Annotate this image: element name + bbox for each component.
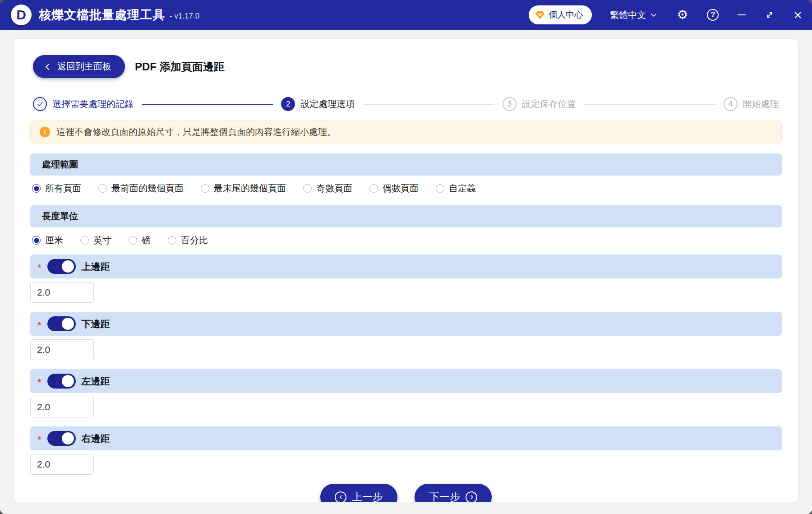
radio-label: 最前面的幾個頁面 <box>111 182 184 194</box>
app-logo-letter: D <box>16 7 26 23</box>
required-asterisk: * <box>37 435 42 445</box>
step-label: 設定處理選項 <box>300 98 355 110</box>
margin-section: * 上邊距 <box>30 255 782 303</box>
margin-section: * 右邊距 <box>30 426 782 475</box>
margin-value-input[interactable] <box>30 454 94 475</box>
margin-value-input[interactable] <box>30 339 94 360</box>
step-label: 設定保存位置 <box>522 98 576 110</box>
circle-chevron-right-icon <box>466 491 477 503</box>
radio-option[interactable]: 最末尾的幾個頁面 <box>201 182 286 194</box>
radio-label: 奇數頁面 <box>316 182 352 194</box>
step-connector <box>584 104 715 105</box>
toggle-knob-icon <box>62 375 74 387</box>
main-card: 返回到主面板 PDF 添加頁面邊距 選擇需要處理的記錄2設定處理選項3設定保存位… <box>14 38 798 502</box>
step-indicator: 選擇需要處理的記錄2設定處理選項3設定保存位置4開始處理 <box>30 89 782 117</box>
margin-section: * 左邊距 <box>30 369 782 417</box>
radio-option[interactable]: 所有頁面 <box>32 182 81 194</box>
language-selector[interactable]: 繁體中文 <box>610 9 658 21</box>
margin-header-bar: * 上邊距 <box>30 255 782 278</box>
step-number: 3 <box>503 97 517 111</box>
radio-option[interactable]: 厘米 <box>32 234 63 246</box>
toggle-knob-icon <box>62 260 74 273</box>
notice-text: 這裡不會修改頁面的原始尺寸，只是將整個頁面的內容進行縮小處理。 <box>56 126 336 138</box>
step-connector <box>142 104 273 105</box>
minimize-button[interactable] <box>738 14 746 16</box>
app-version: - v1.17.0 <box>170 12 199 21</box>
margin-toggle[interactable] <box>47 316 76 331</box>
margin-toggle[interactable] <box>47 431 76 446</box>
app-window: D 核爍文檔批量處理工具 - v1.17.0 個人中心 繁體中文 <box>0 0 812 514</box>
maximize-button[interactable] <box>765 10 775 20</box>
window-body: 返回到主面板 PDF 添加頁面邊距 選擇需要處理的記錄2設定處理選項3設定保存位… <box>0 30 812 514</box>
step-check-icon <box>33 97 47 111</box>
radio-option[interactable]: 最前面的幾個頁面 <box>98 182 184 194</box>
margin-toggle[interactable] <box>47 259 76 274</box>
margin-label: 右邊距 <box>82 432 110 445</box>
margin-sections: * 上邊距 * 下邊距 * 左邊距 * 右邊距 <box>30 255 782 475</box>
next-step-label: 下一步 <box>429 490 460 502</box>
process-range-options: 所有頁面 最前面的幾個頁面 最末尾的幾個頁面 奇數頁面 偶數頁面 自定義 <box>30 176 782 203</box>
step-label: 開始處理 <box>743 98 779 110</box>
radio-option[interactable]: 偶數頁面 <box>369 182 419 194</box>
chevron-down-icon <box>650 11 658 19</box>
warning-icon: ! <box>40 127 50 137</box>
radio-option[interactable]: 自定義 <box>436 182 476 194</box>
prev-step-button[interactable]: 上一步 <box>320 484 397 502</box>
settings-gear-icon[interactable]: ⚙ <box>677 9 688 21</box>
circle-chevron-left-icon <box>335 491 346 503</box>
back-button-label: 返回到主面板 <box>57 60 111 73</box>
user-center-button[interactable]: 個人中心 <box>529 5 592 24</box>
radio-label: 所有頁面 <box>45 182 81 194</box>
radio-dot-icon <box>129 236 137 245</box>
radio-option[interactable]: 百分比 <box>168 234 208 246</box>
margin-header-bar: * 右邊距 <box>30 426 782 450</box>
step-connector <box>363 104 494 105</box>
titlebar: D 核爍文檔批量處理工具 - v1.17.0 個人中心 繁體中文 <box>0 0 812 30</box>
radio-label: 最末尾的幾個頁面 <box>214 182 286 194</box>
radio-label: 偶數頁面 <box>383 182 419 194</box>
length-unit-options: 厘米 英寸 磅 百分比 <box>30 227 782 255</box>
length-unit-title: 長度單位 <box>42 210 78 222</box>
radio-label: 英寸 <box>93 234 111 246</box>
radio-dot-icon <box>80 236 89 245</box>
radio-dot-icon <box>436 184 444 193</box>
card-header: 返回到主面板 PDF 添加頁面邊距 <box>14 39 798 89</box>
radio-dot-icon <box>168 236 176 245</box>
step-2: 2設定處理選項 <box>281 97 355 111</box>
radio-option[interactable]: 磅 <box>129 234 151 246</box>
help-icon[interactable]: ? <box>707 9 719 21</box>
margin-label: 上邊距 <box>82 260 110 273</box>
radio-dot-icon <box>98 184 107 193</box>
step-number: 2 <box>281 97 295 111</box>
radio-label: 厘米 <box>45 234 63 246</box>
step-1: 選擇需要處理的記錄 <box>33 97 134 111</box>
step-label: 選擇需要處理的記錄 <box>52 98 134 110</box>
margin-toggle[interactable] <box>47 374 76 389</box>
margin-header-bar: * 左邊距 <box>30 369 782 393</box>
radio-option[interactable]: 英寸 <box>80 234 111 246</box>
margin-value-input[interactable] <box>30 282 94 303</box>
app-title: 核爍文檔批量處理工具 <box>39 7 165 23</box>
radio-label: 自定義 <box>449 182 476 194</box>
process-range-header: 處理範圍 <box>30 153 782 176</box>
radio-dot-icon <box>369 184 378 193</box>
step-number: 4 <box>724 97 738 111</box>
back-to-dashboard-button[interactable]: 返回到主面板 <box>33 55 125 78</box>
required-asterisk: * <box>37 320 42 330</box>
radio-option[interactable]: 奇數頁面 <box>303 182 352 194</box>
radio-dot-icon <box>32 236 41 245</box>
required-asterisk: * <box>37 263 42 273</box>
margin-header-bar: * 下邊距 <box>30 312 782 336</box>
next-step-button[interactable]: 下一步 <box>415 484 492 502</box>
margin-value-input[interactable] <box>30 397 94 417</box>
step-4: 4開始處理 <box>724 97 779 111</box>
margin-label: 左邊距 <box>82 375 110 388</box>
length-unit-header: 長度單位 <box>30 205 782 227</box>
margin-label: 下邊距 <box>82 318 110 330</box>
notice-banner: ! 這裡不會修改頁面的原始尺寸，只是將整個頁面的內容進行縮小處理。 <box>30 120 782 144</box>
radio-dot-icon <box>303 184 312 193</box>
radio-label: 磅 <box>142 234 151 246</box>
footer-nav: 上一步 下一步 <box>30 484 782 502</box>
toggle-knob-icon <box>62 318 74 330</box>
close-button[interactable]: × <box>794 8 802 22</box>
